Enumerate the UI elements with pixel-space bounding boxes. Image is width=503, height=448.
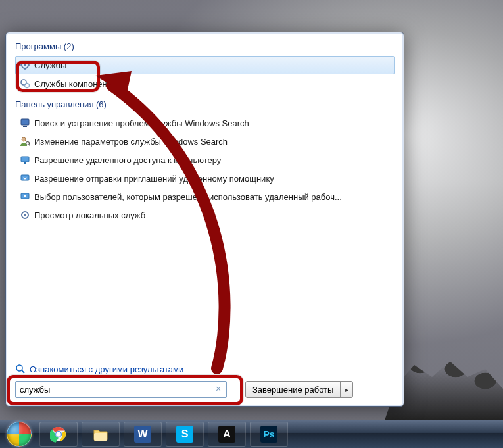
result-item-label: Поиск и устранение проблем службы Window…: [34, 118, 249, 128]
shutdown-button[interactable]: Завершение работы ▸: [245, 381, 353, 398]
search-icon: [15, 364, 26, 374]
result-item-label: Службы: [34, 61, 66, 70]
svg-rect-19: [94, 433, 107, 441]
gear-icon: [20, 210, 30, 220]
result-item-label: Выбор пользователей, которым разрешено и…: [34, 192, 342, 202]
gear-icon: [20, 60, 30, 70]
taskbar-item-word[interactable]: W: [124, 422, 162, 447]
see-more-results-label: Ознакомиться с другими результатами: [30, 364, 183, 374]
search-input[interactable]: [16, 382, 226, 397]
autocad-icon: A: [218, 426, 235, 443]
taskbar-item-autocad[interactable]: A: [208, 422, 246, 447]
word-icon: W: [134, 426, 151, 443]
troubleshoot-icon: [20, 118, 30, 128]
shutdown-label: Завершение работы: [246, 382, 341, 397]
taskbar-item-skype[interactable]: S: [166, 422, 204, 447]
section-programs-header: Программы (2): [15, 41, 395, 53]
svg-point-12: [24, 195, 26, 197]
taskbar-item-explorer[interactable]: [82, 422, 120, 447]
result-item-services[interactable]: Службы: [15, 56, 395, 74]
svg-point-14: [24, 214, 26, 216]
remote-access-icon: [20, 155, 30, 165]
svg-point-3: [25, 84, 30, 88]
result-item[interactable]: Поиск и устранение проблем службы Window…: [15, 114, 395, 132]
taskbar-item-chrome[interactable]: [39, 422, 78, 447]
result-item-label: Изменение параметров службы Windows Sear…: [34, 137, 228, 147]
svg-rect-8: [21, 157, 29, 162]
folder-icon: [92, 426, 109, 443]
clear-search-icon[interactable]: ×: [213, 384, 224, 394]
result-item-label: Разрешение удаленного доступа к компьюте…: [34, 155, 221, 165]
remote-invite-icon: [20, 173, 30, 184]
shutdown-menu-arrow[interactable]: ▸: [341, 382, 352, 397]
user-search-icon: [20, 136, 30, 147]
svg-rect-4: [21, 119, 29, 125]
result-item[interactable]: Разрешение отправки приглашений удаленно…: [15, 169, 395, 187]
result-item[interactable]: Просмотр локальных служб: [15, 206, 395, 224]
svg-point-18: [56, 432, 61, 437]
remote-users-icon: [20, 191, 30, 202]
gear-icon: [20, 78, 30, 89]
section-control-panel-header: Панель управления (6): [15, 99, 395, 111]
taskbar-item-photoshop[interactable]: Ps: [250, 422, 288, 447]
result-item-label: Службы компонентов: [34, 79, 120, 89]
result-item-component-services[interactable]: Службы компонентов: [15, 74, 395, 93]
windows-orb-icon: [7, 422, 32, 447]
photoshop-icon: Ps: [260, 426, 277, 443]
chrome-icon: [50, 426, 67, 443]
svg-point-7: [26, 142, 30, 145]
svg-point-1: [24, 64, 26, 66]
skype-icon: S: [176, 426, 193, 443]
result-item-label: Разрешение отправки приглашений удаленно…: [34, 174, 274, 184]
svg-point-6: [22, 137, 26, 141]
see-more-results-link[interactable]: Ознакомиться с другими результатами: [15, 364, 395, 374]
svg-rect-10: [21, 175, 29, 180]
search-input-wrapper: ×: [15, 381, 227, 398]
start-button[interactable]: [3, 421, 36, 447]
taskbar: W S A Ps: [0, 420, 503, 448]
svg-point-15: [16, 365, 22, 371]
svg-rect-5: [23, 126, 27, 127]
result-item[interactable]: Разрешение удаленного доступа к компьюте…: [15, 151, 395, 169]
result-item[interactable]: Выбор пользователей, которым разрешено и…: [15, 187, 395, 206]
start-menu-search-results: Программы (2) Службы Службы компонентов …: [5, 32, 404, 407]
result-item-label: Просмотр локальных служб: [34, 211, 145, 220]
svg-rect-9: [24, 162, 26, 164]
result-item[interactable]: Изменение параметров службы Windows Sear…: [15, 132, 395, 151]
